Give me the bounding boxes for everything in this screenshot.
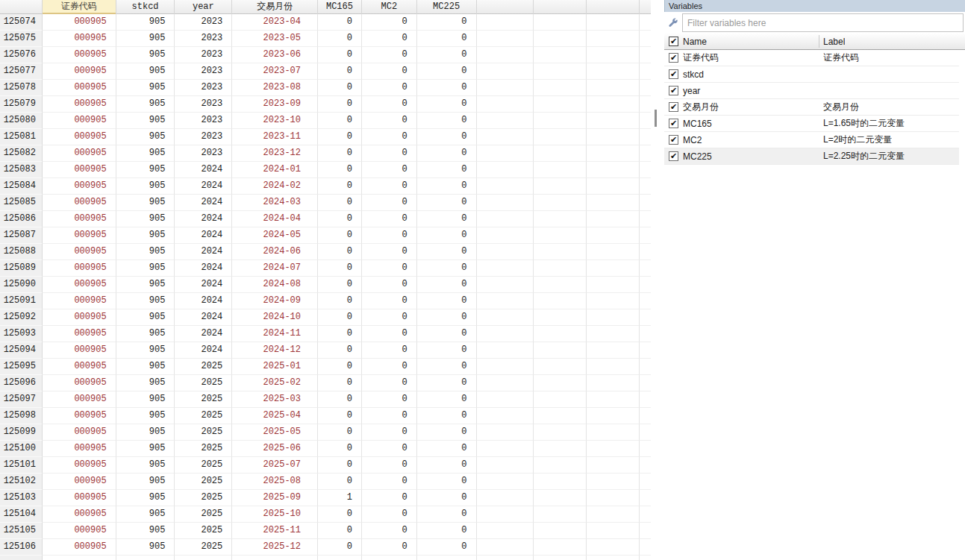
cell-empty[interactable] bbox=[477, 309, 534, 326]
cell-mc225[interactable]: 0 bbox=[417, 277, 477, 293]
cell-empty[interactable] bbox=[587, 178, 640, 195]
cell-mc165[interactable]: 0 bbox=[318, 47, 362, 63]
cell-mc225[interactable]: 0 bbox=[417, 506, 477, 523]
cell-empty[interactable] bbox=[587, 326, 640, 342]
row-number[interactable]: 125086 bbox=[0, 211, 43, 227]
cell-empty[interactable] bbox=[534, 162, 587, 178]
cell-year[interactable]: 2024 bbox=[175, 293, 232, 309]
cell-seccode[interactable]: 000905 bbox=[43, 277, 116, 293]
cell-stkcd[interactable]: 905 bbox=[116, 227, 175, 244]
row-number[interactable]: 125077 bbox=[0, 63, 43, 80]
cell-mc2[interactable]: 0 bbox=[362, 293, 417, 309]
cell-empty[interactable] bbox=[587, 14, 640, 31]
cell-empty[interactable] bbox=[477, 96, 534, 113]
cell-year[interactable]: 2023 bbox=[175, 80, 232, 96]
cell-month[interactable]: 2025-03 bbox=[232, 391, 318, 408]
variable-checkbox[interactable]: ✔ bbox=[669, 53, 678, 63]
variables-filter-input[interactable] bbox=[682, 13, 964, 32]
cell-empty[interactable] bbox=[587, 424, 640, 441]
cell-mc225[interactable]: 0 bbox=[417, 113, 477, 129]
row-number[interactable]: 125093 bbox=[0, 326, 43, 342]
cell-year[interactable]: 2024 bbox=[175, 309, 232, 326]
cell-empty[interactable] bbox=[640, 457, 651, 474]
cell-empty[interactable] bbox=[477, 359, 534, 375]
cell-stkcd[interactable]: 905 bbox=[116, 145, 175, 162]
cell-mc225[interactable]: 0 bbox=[417, 14, 477, 31]
cell-seccode[interactable]: 000905 bbox=[43, 113, 116, 129]
cell-mc2[interactable]: 0 bbox=[362, 490, 417, 506]
cell-empty[interactable] bbox=[640, 227, 651, 244]
cell-mc2[interactable]: 0 bbox=[362, 260, 417, 277]
cell-empty[interactable] bbox=[587, 129, 640, 145]
cell-mc2[interactable]: 0 bbox=[362, 408, 417, 424]
row-number[interactable]: 125088 bbox=[0, 244, 43, 260]
cell-empty[interactable] bbox=[534, 47, 587, 63]
cell-month[interactable]: 2025-06 bbox=[232, 441, 318, 457]
cell-empty[interactable] bbox=[477, 474, 534, 490]
cell-mc2[interactable]: 0 bbox=[362, 474, 417, 490]
variable-checkbox[interactable]: ✔ bbox=[669, 69, 678, 79]
cell-mc2[interactable]: 0 bbox=[362, 309, 417, 326]
cell-empty[interactable] bbox=[587, 342, 640, 359]
cell-empty[interactable] bbox=[534, 31, 587, 47]
cell-mc225[interactable]: 0 bbox=[417, 490, 477, 506]
cell-empty[interactable] bbox=[534, 539, 587, 556]
cell-mc225[interactable]: 0 bbox=[417, 47, 477, 63]
cell-mc165[interactable]: 0 bbox=[318, 211, 362, 227]
cell-mc2[interactable]: 0 bbox=[362, 63, 417, 80]
cell-mc2[interactable]: 0 bbox=[362, 129, 417, 145]
cell-mc2[interactable]: 0 bbox=[362, 523, 417, 539]
cell-mc225[interactable]: 0 bbox=[417, 408, 477, 424]
cell-month[interactable]: 2024-08 bbox=[232, 277, 318, 293]
cell-empty[interactable] bbox=[477, 326, 534, 342]
cell-seccode[interactable]: 000905 bbox=[43, 359, 116, 375]
cell-mc225[interactable]: 0 bbox=[417, 145, 477, 162]
cell-month[interactable]: 2025-11 bbox=[232, 523, 318, 539]
cell-empty[interactable] bbox=[477, 506, 534, 523]
cell-empty[interactable] bbox=[477, 457, 534, 474]
cell-month[interactable]: 2025-04 bbox=[232, 408, 318, 424]
row-number[interactable]: 125087 bbox=[0, 227, 43, 244]
cell-stkcd[interactable]: 905 bbox=[116, 342, 175, 359]
cell-empty[interactable] bbox=[587, 31, 640, 47]
cell-year[interactable]: 2024 bbox=[175, 260, 232, 277]
cell-seccode[interactable]: 000905 bbox=[43, 47, 116, 63]
cell-seccode[interactable]: 000905 bbox=[43, 408, 116, 424]
cell-empty[interactable] bbox=[477, 490, 534, 506]
cell-mc165[interactable]: 0 bbox=[318, 63, 362, 80]
cell-year[interactable]: 2025 bbox=[175, 424, 232, 441]
cell-year[interactable]: 2025 bbox=[175, 391, 232, 408]
cell-empty[interactable] bbox=[640, 424, 651, 441]
row-number[interactable]: 125097 bbox=[0, 391, 43, 408]
cell-mc225[interactable]: 0 bbox=[417, 293, 477, 309]
cell-empty[interactable] bbox=[534, 113, 587, 129]
cell-empty[interactable] bbox=[477, 375, 534, 391]
cell-stkcd[interactable]: 905 bbox=[116, 96, 175, 113]
cell-mc2[interactable]: 0 bbox=[362, 162, 417, 178]
cell-empty[interactable] bbox=[640, 113, 651, 129]
cell-empty[interactable] bbox=[587, 96, 640, 113]
cell-stkcd[interactable]: 905 bbox=[116, 326, 175, 342]
cell-year[interactable]: 2023 bbox=[175, 14, 232, 31]
cell-seccode[interactable]: 000905 bbox=[43, 375, 116, 391]
cell-empty[interactable] bbox=[477, 162, 534, 178]
cell-empty[interactable] bbox=[534, 309, 587, 326]
cell-empty[interactable] bbox=[534, 441, 587, 457]
cell-month[interactable]: 2023-12 bbox=[232, 145, 318, 162]
cell-stkcd[interactable]: 905 bbox=[116, 539, 175, 556]
cell-seccode[interactable]: 000905 bbox=[43, 178, 116, 195]
cell-empty[interactable] bbox=[640, 178, 651, 195]
cell-empty[interactable] bbox=[534, 424, 587, 441]
cell-empty[interactable] bbox=[534, 14, 587, 31]
cell-mc225[interactable]: 0 bbox=[417, 375, 477, 391]
cell-empty[interactable] bbox=[534, 474, 587, 490]
cell-empty[interactable] bbox=[477, 539, 534, 556]
cell-mc225[interactable]: 0 bbox=[417, 31, 477, 47]
cell-mc2[interactable]: 0 bbox=[362, 47, 417, 63]
cell-mc165[interactable]: 0 bbox=[318, 309, 362, 326]
cell-empty[interactable] bbox=[477, 441, 534, 457]
cell-seccode[interactable]: 000905 bbox=[43, 293, 116, 309]
cell-year[interactable]: 2023 bbox=[175, 96, 232, 113]
cell-month[interactable]: 2023-09 bbox=[232, 96, 318, 113]
cell-empty[interactable] bbox=[640, 260, 651, 277]
